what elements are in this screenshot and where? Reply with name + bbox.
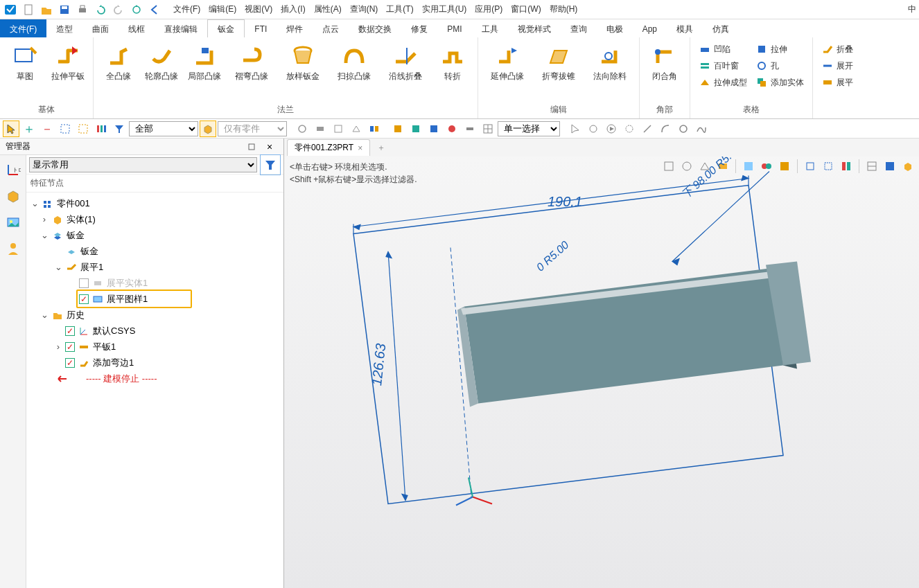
sidebar-origin-icon[interactable]: トロ <box>3 159 24 180</box>
ribbon-tab[interactable]: 仿真 <box>703 19 739 37</box>
tool-icon[interactable] <box>462 121 478 137</box>
cursor-icon[interactable] <box>567 121 584 137</box>
collapse-icon[interactable]: ⌄ <box>40 231 49 240</box>
ribbon-tab[interactable]: PMI <box>437 19 471 37</box>
cursor-select-icon[interactable] <box>3 121 19 137</box>
checkbox-unchecked[interactable] <box>79 278 89 288</box>
flatten-button[interactable]: 展平 <box>820 75 855 90</box>
expand-icon[interactable]: › <box>54 343 62 351</box>
ribbon-tab[interactable]: 点云 <box>313 19 349 37</box>
tool-icon[interactable] <box>408 121 424 137</box>
ribbon-tab[interactable]: FTI <box>245 19 277 37</box>
menu-util[interactable]: 实用工具(U) <box>419 2 470 17</box>
close-icon[interactable]: × <box>261 139 278 155</box>
normal-cut-button[interactable]: 法向除料 <box>585 40 635 84</box>
profile-flange-button[interactable]: 轮廓凸缘 <box>141 40 182 84</box>
bend-taper-button[interactable]: 折弯拔锥 <box>534 40 584 84</box>
tool-icon[interactable] <box>585 121 602 137</box>
sidebar-cube-icon[interactable] <box>3 186 24 206</box>
3d-canvas[interactable]: <单击右键> 环境相关选项. <Shift +鼠标右键>显示选择过滤器. <box>284 157 919 588</box>
extrude-flat-button[interactable]: 拉伸平钣 <box>47 40 89 84</box>
filter-all-select[interactable]: 全部 <box>129 121 198 136</box>
sidebar-person-icon[interactable] <box>3 238 24 259</box>
undo-icon[interactable] <box>93 2 108 17</box>
circle-icon[interactable] <box>675 121 692 137</box>
checkbox-checked[interactable]: ✓ <box>65 358 75 368</box>
collapse-icon[interactable]: ⌄ <box>54 263 62 271</box>
print-icon[interactable] <box>75 2 90 17</box>
dent-button[interactable]: 凹陷 <box>697 42 749 57</box>
ribbon-tab[interactable]: App <box>633 19 667 37</box>
save-icon[interactable] <box>57 2 72 17</box>
sketch-button[interactable]: 草图 <box>4 40 46 84</box>
menu-file[interactable]: 文件(F) <box>170 2 203 17</box>
tool-icon[interactable] <box>294 121 310 137</box>
ribbon-tab[interactable]: 电极 <box>597 19 633 37</box>
menu-window[interactable]: 窗口(W) <box>508 2 543 17</box>
sweep-flange-button[interactable]: 扫掠凸缘 <box>329 40 379 84</box>
play-icon[interactable] <box>603 121 620 137</box>
add-tab-icon[interactable]: ＋ <box>373 139 390 156</box>
only-parts-select[interactable]: 仅有零件 <box>218 121 287 136</box>
remove-icon[interactable]: － <box>39 121 55 137</box>
tree-sheetmetal-child[interactable]: 钣金 <box>28 243 282 259</box>
tool-icon[interactable] <box>621 121 638 137</box>
tree-unfold-pattern[interactable]: ✓展平图样1 <box>28 291 282 307</box>
tree-root-part[interactable]: ⌄零件001 <box>28 195 282 211</box>
hole-button[interactable]: 孔 <box>754 58 805 73</box>
fold-along-line-button[interactable]: 沿线折叠 <box>380 40 430 84</box>
ribbon-tab[interactable]: 模具 <box>667 19 703 37</box>
ribbon-tab[interactable]: 线框 <box>119 19 155 37</box>
tree-unfold[interactable]: ⌄展平1 <box>28 259 282 275</box>
menu-attr[interactable]: 属性(A) <box>311 2 344 17</box>
tool-icon[interactable] <box>390 121 406 137</box>
redo-icon[interactable] <box>111 2 126 17</box>
back-arrow-icon[interactable] <box>147 2 162 17</box>
funnel-icon[interactable] <box>260 154 281 175</box>
local-flange-button[interactable]: 局部凸缘 <box>184 40 225 84</box>
ribbon-tab-file[interactable]: 文件(F) <box>0 19 46 37</box>
sidebar-image-icon[interactable] <box>3 212 24 233</box>
ribbon-tab[interactable]: 直接编辑 <box>155 19 207 37</box>
bars-icon[interactable] <box>93 121 110 137</box>
app-icon[interactable] <box>3 2 18 17</box>
tree-unfold-body[interactable]: 展平实体1 <box>28 275 282 291</box>
extend-flange-button[interactable]: 延伸凸缘 <box>482 40 532 84</box>
menu-help[interactable]: 帮助(H) <box>547 2 581 17</box>
tree-sheetmetal[interactable]: ⌄钣金 <box>28 227 282 243</box>
restore-icon[interactable] <box>243 139 260 155</box>
hem-flange-button[interactable]: 褶弯凸缘 <box>227 40 277 84</box>
full-flange-button[interactable]: 全凸缘 <box>98 40 139 84</box>
ribbon-tab[interactable]: 造型 <box>46 19 82 37</box>
checkbox-checked[interactable]: ✓ <box>65 326 75 336</box>
fold-button[interactable]: 折叠 <box>820 42 855 57</box>
tool-icon[interactable] <box>480 121 496 137</box>
spline-icon[interactable] <box>693 121 710 137</box>
loft-sheet-button[interactable]: 放样钣金 <box>278 40 328 84</box>
tool-icon[interactable] <box>330 121 347 137</box>
extrude-button[interactable]: 拉伸 <box>754 42 805 57</box>
new-icon[interactable] <box>21 2 36 17</box>
rotate-icon[interactable] <box>129 2 144 17</box>
menu-app[interactable]: 应用(P) <box>472 2 505 17</box>
tool-icon[interactable] <box>348 121 365 137</box>
menu-view[interactable]: 视图(V) <box>242 2 275 17</box>
tree-flat[interactable]: ›✓平钣1 <box>28 339 282 355</box>
ribbon-tab[interactable]: 工具 <box>472 19 508 37</box>
tool-icon[interactable] <box>366 121 383 137</box>
open-icon[interactable] <box>39 2 54 17</box>
ribbon-tab-sheet[interactable]: 钣金 <box>207 19 245 37</box>
tool-icon[interactable] <box>312 121 329 137</box>
ribbon-tab[interactable]: 查询 <box>561 19 597 37</box>
single-select[interactable]: 单一选择 <box>498 121 560 136</box>
box-dash2-icon[interactable] <box>75 121 91 137</box>
document-tab[interactable]: 零件001.Z3PRT × <box>287 139 370 156</box>
menu-edit[interactable]: 编辑(E) <box>206 2 239 17</box>
tree-csys[interactable]: ✓默认CSYS <box>28 323 282 339</box>
checkbox-checked[interactable]: ✓ <box>65 342 75 352</box>
close-corner-button[interactable]: 闭合角 <box>644 40 685 84</box>
tree-entity[interactable]: ›实体(1) <box>28 211 282 227</box>
ribbon-tab[interactable]: 焊件 <box>277 19 313 37</box>
line-icon[interactable] <box>639 121 656 137</box>
form-extrude-button[interactable]: 拉伸成型 <box>697 75 749 90</box>
